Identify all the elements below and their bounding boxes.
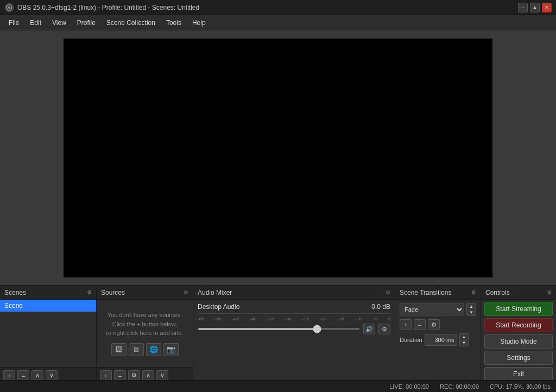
scenes-panel: Scenes ⚙ Scene + – ∧ ∨ bbox=[0, 286, 97, 383]
minimize-button[interactable]: – bbox=[518, 3, 528, 12]
menu-profile[interactable]: Profile bbox=[72, 17, 101, 29]
sources-panel: Sources ⚙ You don't have any sources.Cli… bbox=[97, 286, 193, 383]
exit-button[interactable]: Exit bbox=[484, 367, 553, 381]
duration-label: Duration bbox=[400, 337, 422, 343]
controls-content: Start Streaming Start Recording Studio M… bbox=[481, 300, 556, 383]
transitions-settings-button[interactable]: ⚙ bbox=[428, 319, 440, 330]
transition-spinner-down[interactable]: ▼ bbox=[467, 309, 476, 315]
cpu-status: CPU: 17.5%, 30.00 fps bbox=[490, 383, 551, 390]
transitions-add-button[interactable]: + bbox=[400, 319, 412, 330]
menu-scene-collection[interactable]: Scene Collection bbox=[101, 17, 161, 29]
scenes-remove-button[interactable]: – bbox=[17, 370, 29, 381]
scenes-add-button[interactable]: + bbox=[3, 370, 15, 381]
scenes-panel-icon[interactable]: ⚙ bbox=[87, 289, 92, 295]
menu-view[interactable]: View bbox=[47, 17, 72, 29]
mute-button[interactable]: 🔊 bbox=[363, 324, 375, 334]
menu-edit[interactable]: Edit bbox=[24, 17, 47, 29]
close-button[interactable]: ✕ bbox=[542, 3, 552, 12]
source-icons-row: 🖼 🖥 🌐 📷 bbox=[111, 343, 179, 356]
audio-mixer-title: Audio Mixer bbox=[198, 289, 232, 296]
start-streaming-button[interactable]: Start Streaming bbox=[484, 302, 553, 316]
window-title: OBS 25.0.3+dfsg1-2 (linux) - Profile: Un… bbox=[17, 4, 199, 11]
maximize-button[interactable]: ▲ bbox=[530, 3, 540, 12]
audio-channel-name: Desktop Audio bbox=[198, 303, 239, 311]
audio-mixer-icon[interactable]: ⚙ bbox=[386, 289, 390, 295]
sources-add-button[interactable]: + bbox=[100, 370, 112, 381]
audio-channel: Desktop Audio 0.0 dB -60 -50 -45 -40 -35… bbox=[193, 300, 395, 338]
live-status: LIVE: 00:00:00 bbox=[389, 383, 429, 390]
transition-spinner-up[interactable]: ▲ bbox=[467, 304, 476, 309]
duration-row: Duration ▲ ▼ bbox=[400, 333, 476, 346]
start-recording-button[interactable]: Start Recording bbox=[484, 318, 553, 332]
controls-panel-header: Controls ⚙ bbox=[481, 286, 556, 300]
settings-button[interactable]: Settings bbox=[484, 351, 553, 365]
sources-empty-area[interactable]: You don't have any sources.Click the + b… bbox=[97, 300, 193, 367]
audio-meter-labels: -60 -50 -45 -40 -35 -30 -25 -20 -15 -10 … bbox=[198, 317, 390, 321]
menu-tools[interactable]: Tools bbox=[161, 17, 187, 29]
controls-panel: Controls ⚙ Start Streaming Start Recordi… bbox=[481, 286, 556, 383]
sources-up-button[interactable]: ∧ bbox=[142, 370, 154, 381]
menu-bar: File Edit View Profile Scene Collection … bbox=[0, 15, 556, 30]
menu-file[interactable]: File bbox=[3, 17, 24, 29]
sources-panel-icon[interactable]: ⚙ bbox=[184, 289, 188, 295]
audio-controls-row: 🔊 ⚙ bbox=[198, 324, 390, 334]
duration-spinner-down[interactable]: ▼ bbox=[460, 340, 469, 346]
studio-mode-button[interactable]: Studio Mode bbox=[484, 334, 553, 349]
scene-transitions-panel: Scene Transitions ⚙ Fade Cut Swipe Slide… bbox=[395, 286, 481, 383]
sources-panel-title: Sources bbox=[101, 289, 125, 296]
sources-panel-header: Sources ⚙ bbox=[97, 286, 193, 300]
title-bar: OBS 25.0.3+dfsg1-2 (linux) - Profile: Un… bbox=[0, 0, 556, 15]
transitions-panel-title: Scene Transitions bbox=[400, 289, 451, 296]
transitions-select-row: Fade Cut Swipe Slide ▲ ▼ bbox=[400, 303, 476, 316]
sources-empty-text: You don't have any sources.Click the + b… bbox=[106, 311, 184, 338]
preview-area bbox=[0, 30, 556, 285]
transitions-content: Fade Cut Swipe Slide ▲ ▼ + – ⚙ bbox=[395, 300, 481, 383]
obs-logo-icon bbox=[4, 3, 14, 12]
source-globe-icon[interactable]: 🌐 bbox=[146, 343, 161, 356]
sources-remove-button[interactable]: – bbox=[114, 370, 126, 381]
source-monitor-icon[interactable]: 🖥 bbox=[129, 343, 144, 356]
menu-help[interactable]: Help bbox=[187, 17, 211, 29]
audio-channel-header: Desktop Audio 0.0 dB bbox=[198, 303, 390, 311]
sources-settings-button[interactable]: ⚙ bbox=[128, 370, 140, 381]
audio-mixer-panel: Audio Mixer ⚙ Desktop Audio 0.0 dB -60 -… bbox=[193, 286, 395, 383]
transitions-panel-icon[interactable]: ⚙ bbox=[471, 289, 476, 295]
sources-down-button[interactable]: ∨ bbox=[156, 370, 168, 381]
controls-panel-title: Controls bbox=[485, 289, 510, 296]
transition-spinner: ▲ ▼ bbox=[466, 303, 476, 316]
transitions-panel-header: Scene Transitions ⚙ bbox=[395, 286, 481, 300]
volume-slider[interactable] bbox=[198, 328, 360, 330]
scene-item[interactable]: Scene bbox=[0, 300, 96, 312]
audio-channel-level: 0.0 dB bbox=[371, 303, 390, 311]
audio-settings-button[interactable]: ⚙ bbox=[378, 324, 390, 334]
bottom-panels: Scenes ⚙ Scene + – ∧ ∨ Sources ⚙ You don… bbox=[0, 285, 556, 380]
controls-panel-icon[interactable]: ⚙ bbox=[547, 289, 552, 295]
duration-spinner-up[interactable]: ▲ bbox=[460, 334, 469, 340]
transitions-remove-button[interactable]: – bbox=[414, 319, 426, 330]
source-camera-icon[interactable]: 📷 bbox=[163, 343, 179, 356]
transition-select[interactable]: Fade Cut Swipe Slide bbox=[400, 304, 464, 315]
source-image-icon[interactable]: 🖼 bbox=[111, 343, 127, 356]
audio-mixer-panel-header: Audio Mixer ⚙ bbox=[193, 286, 395, 300]
preview-canvas bbox=[64, 39, 492, 277]
scenes-list: Scene bbox=[0, 300, 96, 367]
status-bar: LIVE: 00:00:00 REC: 00:00:00 CPU: 17.5%,… bbox=[0, 380, 556, 392]
scenes-panel-title: Scenes bbox=[4, 289, 26, 296]
transitions-add-row: + – ⚙ bbox=[400, 319, 476, 330]
scenes-panel-header: Scenes ⚙ bbox=[0, 286, 96, 300]
duration-spinner: ▲ ▼ bbox=[459, 333, 469, 346]
audio-meter bbox=[198, 313, 390, 314]
scenes-down-button[interactable]: ∨ bbox=[46, 370, 58, 381]
panels-row: Scenes ⚙ Scene + – ∧ ∨ Sources ⚙ You don… bbox=[0, 285, 556, 383]
scenes-up-button[interactable]: ∧ bbox=[31, 370, 43, 381]
duration-input[interactable] bbox=[425, 334, 457, 346]
rec-status: REC: 00:00:00 bbox=[440, 383, 479, 390]
svg-point-2 bbox=[8, 7, 10, 9]
